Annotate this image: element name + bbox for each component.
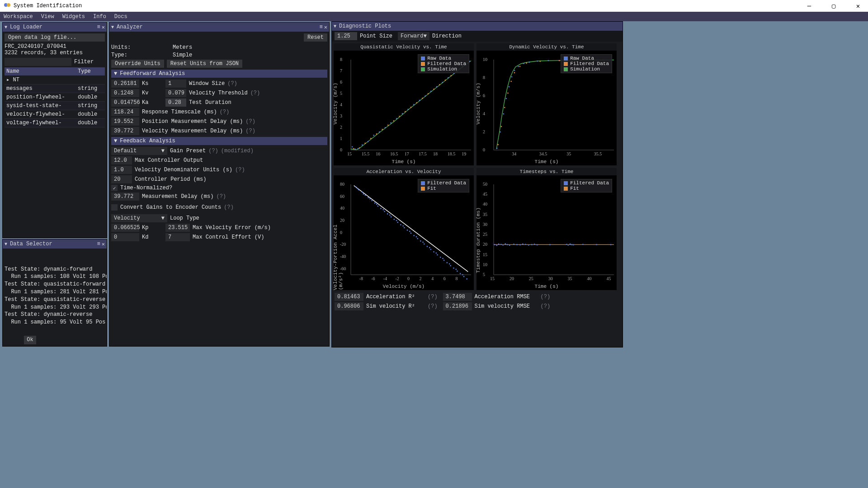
plot-title: Timesteps vs. Time bbox=[476, 168, 617, 175]
panel-close-icon[interactable]: ✕ bbox=[102, 24, 105, 31]
table-row[interactable]: velocity-flywheel-double bbox=[5, 110, 105, 119]
filter-label: Filter bbox=[74, 59, 94, 65]
testdur-input[interactable]: 0.28 bbox=[165, 99, 186, 107]
legend: Filtered DataFit bbox=[418, 179, 469, 192]
pointsize-input[interactable]: 1.25 bbox=[335, 32, 357, 40]
svg-point-1 bbox=[7, 3, 10, 7]
collapse-icon[interactable]: ▼ bbox=[334, 24, 336, 29]
menu-widgets[interactable]: Widgets bbox=[62, 14, 85, 20]
legend: Raw DataFiltered DataSimulation bbox=[418, 54, 469, 73]
window-titlebar: System Identification — ▢ ✕ bbox=[0, 0, 868, 12]
panel-title: Data Selector bbox=[10, 241, 52, 247]
minimize-icon[interactable]: — bbox=[803, 2, 816, 10]
close-icon[interactable]: ✕ bbox=[852, 2, 864, 10]
kp-value[interactable]: 0.066525 bbox=[111, 224, 139, 232]
open-log-button[interactable]: Open data log file... bbox=[5, 33, 105, 42]
menu-info[interactable]: Info bbox=[93, 14, 106, 20]
menu-workspace[interactable]: Workspace bbox=[4, 14, 33, 20]
ctrlperiod-input[interactable]: 20 bbox=[111, 175, 132, 183]
menu-docs[interactable]: Docs bbox=[114, 14, 127, 20]
vel-delay-value[interactable]: 39.772 bbox=[111, 127, 139, 135]
kv-value[interactable]: 0.1248 bbox=[111, 89, 139, 97]
collapse-icon[interactable]: ▼ bbox=[5, 25, 7, 30]
app-icon bbox=[4, 1, 11, 10]
feedforward-header[interactable]: ▼Feedforward Analysis bbox=[111, 70, 327, 78]
resp-ts-value[interactable]: 118.24 bbox=[111, 108, 139, 116]
list-item: Test State: quasistatic-reverse bbox=[5, 296, 105, 304]
maximize-icon[interactable]: ▢ bbox=[827, 2, 840, 10]
list-item: Test State: dynamic-forward bbox=[5, 266, 105, 273]
list-item: Test State: quasistatic-forward bbox=[5, 281, 105, 288]
panel-close-icon[interactable]: ✕ bbox=[324, 24, 327, 31]
maxout-input[interactable]: 12.0 bbox=[111, 156, 132, 164]
measdelay-input[interactable]: 39.772 bbox=[111, 192, 139, 201]
sim-rmse-value: 0.21896 bbox=[443, 302, 472, 310]
table-row[interactable]: ▸ NT bbox=[5, 75, 105, 84]
panel-minimize-icon[interactable]: ≡ bbox=[320, 24, 321, 30]
table-row[interactable]: voltage-flywheel-double bbox=[5, 119, 105, 127]
acc-r2-value: 0.81463 bbox=[335, 293, 363, 301]
feedback-header[interactable]: ▼Feedback Analysis bbox=[111, 137, 327, 145]
ks-value[interactable]: 0.26181 bbox=[111, 80, 139, 88]
ka-value[interactable]: 0.014756 bbox=[111, 99, 139, 107]
sim-r2-value: 0.96806 bbox=[335, 302, 363, 310]
list-item: Run 1 samples: 281 Volt 281 Pos bbox=[5, 288, 105, 296]
log-filename: FRC_20240107_070041 bbox=[5, 43, 105, 50]
panel-title: Diagnostic Plots bbox=[339, 23, 391, 29]
panel-minimize-icon[interactable]: ≡ bbox=[97, 24, 99, 30]
veldenom-input[interactable]: 1.0 bbox=[111, 166, 132, 174]
table-row[interactable]: sysid-test-state-string bbox=[5, 102, 105, 110]
panel-title: Log Loader bbox=[10, 24, 42, 30]
pos-delay-value[interactable]: 19.552 bbox=[111, 117, 139, 126]
acc-rmse-value: 3.7498 bbox=[443, 293, 472, 301]
maxvelerr-input[interactable]: 23.515 bbox=[165, 224, 190, 232]
winsize-input[interactable]: 1 bbox=[165, 80, 186, 88]
plot-title: Acceleration vs. Velocity bbox=[334, 168, 474, 175]
analyzer-panel: ▼ Analyzer ≡ ✕ Reset Units:Meters Type:S… bbox=[109, 22, 330, 347]
table-row[interactable]: messagesstring bbox=[5, 84, 105, 93]
reset-units-button[interactable]: Reset Units from JSON bbox=[167, 60, 242, 68]
convert-checkbox[interactable] bbox=[111, 204, 118, 211]
plot-accvel[interactable]: Acceleration vs. Velocity Velocity-Porti… bbox=[334, 168, 474, 290]
list-item: Run 1 samples: 293 Volt 293 Pos bbox=[5, 304, 105, 311]
gain-preset-select[interactable]: Default▼ bbox=[111, 147, 167, 155]
list-item: Run 1 samples: 95 Volt 95 Pos 9 bbox=[5, 319, 105, 326]
log-record-count: 3232 records, 33 entries bbox=[5, 50, 105, 56]
maxctrl-input[interactable]: 7 bbox=[165, 233, 190, 241]
override-units-button[interactable]: Override Units bbox=[111, 60, 164, 68]
collapse-icon[interactable]: ▼ bbox=[5, 242, 7, 247]
legend: Raw DataFiltered DataSimulation bbox=[561, 54, 612, 73]
panel-close-icon[interactable]: ✕ bbox=[102, 241, 105, 248]
plot-timestep[interactable]: Timesteps vs. Time Timestep duration (ms… bbox=[476, 168, 617, 290]
filter-input[interactable] bbox=[5, 58, 71, 66]
kd-value[interactable]: 0 bbox=[111, 233, 139, 241]
looptype-select[interactable]: Velocity▼ bbox=[111, 214, 167, 222]
vthresh-input[interactable]: 0.079 bbox=[165, 89, 186, 97]
panel-minimize-icon[interactable]: ≡ bbox=[97, 241, 99, 247]
logloader-panel: ▼ Log Loader ≡ ✕ Open data log file... F… bbox=[2, 22, 107, 238]
plot-quasi[interactable]: Quasistatic Velocity vs. Time Velocity (… bbox=[334, 43, 474, 165]
reset-button[interactable]: Reset bbox=[304, 33, 327, 42]
ok-button[interactable]: Ok bbox=[24, 336, 36, 344]
legend: Filtered DataFit bbox=[561, 179, 612, 192]
collapse-icon[interactable]: ▼ bbox=[111, 25, 114, 30]
list-item: Run 1 samples: 108 Volt 108 Pos bbox=[5, 273, 105, 281]
log-table-header: Name Type bbox=[5, 67, 105, 75]
timenorm-checkbox[interactable] bbox=[111, 185, 118, 191]
list-item: Test State: dynamic-reverse bbox=[5, 311, 105, 319]
menubar: Workspace View Widgets Info Docs bbox=[0, 12, 868, 21]
diagnostic-panel: ▼ Diagnostic Plots 1.25 Point Size Forwa… bbox=[331, 21, 623, 347]
dataselector-panel: ▼ Data Selector ≡ ✕ Test State: dynamic-… bbox=[2, 239, 107, 347]
plot-title: Quasistatic Velocity vs. Time bbox=[334, 43, 474, 51]
plot-title: Dynamic Velocity vs. Time bbox=[476, 43, 617, 51]
panel-title: Analyzer bbox=[117, 24, 143, 30]
table-row[interactable]: position-flywheel-double bbox=[5, 93, 105, 102]
plot-dynamic[interactable]: Dynamic Velocity vs. Time Velocity (m/s)… bbox=[476, 43, 617, 165]
menu-view[interactable]: View bbox=[41, 14, 54, 20]
window-title: System Identification bbox=[14, 3, 82, 9]
direction-select[interactable]: Forward▼ bbox=[398, 32, 429, 40]
